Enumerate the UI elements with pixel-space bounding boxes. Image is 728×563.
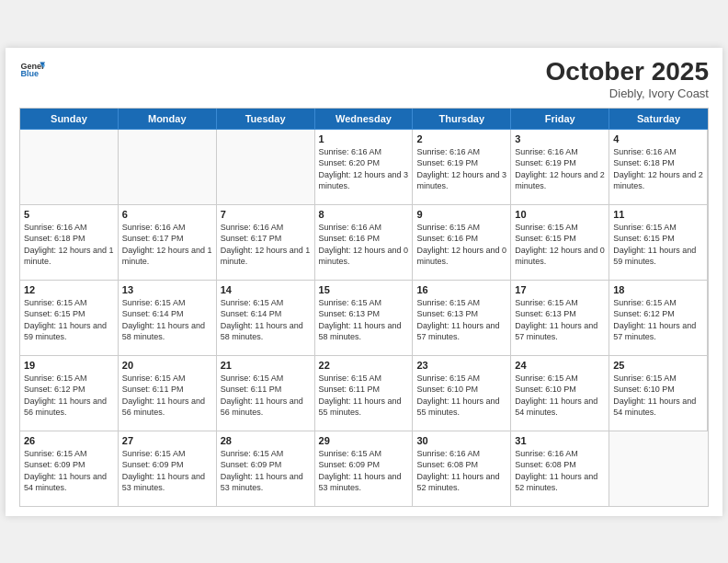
day-info: Sunrise: 6:15 AM Sunset: 6:09 PM Dayligh… (24, 448, 114, 494)
day-cell (119, 130, 217, 205)
day-info: Sunrise: 6:16 AM Sunset: 6:17 PM Dayligh… (122, 222, 212, 268)
day-number: 30 (416, 435, 506, 446)
day-info: Sunrise: 6:16 AM Sunset: 6:18 PM Dayligh… (24, 222, 114, 268)
day-cell: 19Sunrise: 6:15 AM Sunset: 6:12 PM Dayli… (20, 356, 119, 431)
day-number: 6 (122, 209, 212, 220)
day-cell: 20Sunrise: 6:15 AM Sunset: 6:11 PM Dayli… (119, 356, 217, 431)
header-monday: Monday (119, 109, 217, 130)
day-number: 5 (24, 209, 114, 220)
day-number: 22 (319, 360, 409, 371)
day-info: Sunrise: 6:15 AM Sunset: 6:13 PM Dayligh… (319, 297, 409, 343)
day-info: Sunrise: 6:16 AM Sunset: 6:16 PM Dayligh… (319, 222, 409, 268)
day-info: Sunrise: 6:16 AM Sunset: 6:17 PM Dayligh… (221, 222, 311, 268)
day-number: 24 (515, 360, 605, 371)
day-cell: 4Sunrise: 6:16 AM Sunset: 6:18 PM Daylig… (609, 130, 708, 205)
day-info: Sunrise: 6:15 AM Sunset: 6:11 PM Dayligh… (122, 373, 212, 419)
day-cell: 10Sunrise: 6:15 AM Sunset: 6:15 PM Dayli… (511, 205, 609, 281)
day-cell: 9Sunrise: 6:15 AM Sunset: 6:16 PM Daylig… (413, 205, 511, 281)
day-info: Sunrise: 6:16 AM Sunset: 6:08 PM Dayligh… (416, 448, 506, 494)
day-info: Sunrise: 6:16 AM Sunset: 6:08 PM Dayligh… (515, 448, 605, 494)
logo-icon: General Blue (19, 57, 45, 83)
day-number: 16 (416, 284, 506, 295)
day-cell: 15Sunrise: 6:15 AM Sunset: 6:13 PM Dayli… (315, 281, 414, 356)
day-info: Sunrise: 6:15 AM Sunset: 6:10 PM Dayligh… (613, 373, 703, 419)
day-info: Sunrise: 6:15 AM Sunset: 6:12 PM Dayligh… (613, 297, 703, 343)
day-cell: 14Sunrise: 6:15 AM Sunset: 6:14 PM Dayli… (217, 281, 315, 356)
day-number: 11 (613, 209, 703, 220)
day-number: 28 (221, 435, 311, 446)
day-number: 12 (24, 284, 114, 295)
day-info: Sunrise: 6:15 AM Sunset: 6:14 PM Dayligh… (122, 297, 212, 343)
day-number: 31 (515, 435, 605, 446)
svg-text:Blue: Blue (20, 69, 39, 78)
day-info: Sunrise: 6:15 AM Sunset: 6:11 PM Dayligh… (319, 373, 409, 419)
day-number: 3 (515, 133, 605, 144)
day-info: Sunrise: 6:16 AM Sunset: 6:19 PM Dayligh… (416, 146, 506, 192)
header-thursday: Thursday (413, 109, 511, 130)
day-number: 1 (319, 133, 409, 144)
day-number: 8 (319, 209, 409, 220)
day-cell: 26Sunrise: 6:15 AM Sunset: 6:09 PM Dayli… (20, 431, 119, 507)
day-info: Sunrise: 6:15 AM Sunset: 6:16 PM Dayligh… (416, 222, 506, 268)
day-cell: 21Sunrise: 6:15 AM Sunset: 6:11 PM Dayli… (217, 356, 315, 431)
month-title: October 2025 (546, 57, 709, 86)
day-cell: 28Sunrise: 6:15 AM Sunset: 6:09 PM Dayli… (217, 431, 315, 507)
day-number: 18 (613, 284, 703, 295)
day-info: Sunrise: 6:16 AM Sunset: 6:20 PM Dayligh… (319, 146, 409, 192)
header-sunday: Sunday (20, 109, 119, 130)
header: General Blue October 2025 Diebly, Ivory … (19, 57, 709, 100)
day-cell: 11Sunrise: 6:15 AM Sunset: 6:15 PM Dayli… (609, 205, 708, 281)
day-info: Sunrise: 6:15 AM Sunset: 6:15 PM Dayligh… (24, 297, 114, 343)
day-info: Sunrise: 6:15 AM Sunset: 6:10 PM Dayligh… (416, 373, 506, 419)
day-number: 26 (24, 435, 114, 446)
day-cell: 3Sunrise: 6:16 AM Sunset: 6:19 PM Daylig… (511, 130, 609, 205)
day-number: 17 (515, 284, 605, 295)
day-number: 14 (221, 284, 311, 295)
day-cell: 22Sunrise: 6:15 AM Sunset: 6:11 PM Dayli… (315, 356, 414, 431)
day-info: Sunrise: 6:15 AM Sunset: 6:15 PM Dayligh… (515, 222, 605, 268)
day-info: Sunrise: 6:15 AM Sunset: 6:09 PM Dayligh… (221, 448, 311, 494)
header-wednesday: Wednesday (315, 109, 414, 130)
day-cell: 31Sunrise: 6:16 AM Sunset: 6:08 PM Dayli… (511, 431, 609, 507)
day-cell: 27Sunrise: 6:15 AM Sunset: 6:09 PM Dayli… (119, 431, 217, 507)
day-info: Sunrise: 6:15 AM Sunset: 6:14 PM Dayligh… (221, 297, 311, 343)
day-number: 29 (319, 435, 409, 446)
day-cell (609, 431, 708, 507)
day-info: Sunrise: 6:15 AM Sunset: 6:10 PM Dayligh… (515, 373, 605, 419)
day-cell: 1Sunrise: 6:16 AM Sunset: 6:20 PM Daylig… (315, 130, 414, 205)
day-cell: 30Sunrise: 6:16 AM Sunset: 6:08 PM Dayli… (413, 431, 511, 507)
header-friday: Friday (511, 109, 609, 130)
day-number: 15 (319, 284, 409, 295)
day-number: 21 (221, 360, 311, 371)
day-info: Sunrise: 6:15 AM Sunset: 6:09 PM Dayligh… (319, 448, 409, 494)
day-cell: 16Sunrise: 6:15 AM Sunset: 6:13 PM Dayli… (413, 281, 511, 356)
day-cell: 29Sunrise: 6:15 AM Sunset: 6:09 PM Dayli… (315, 431, 414, 507)
calendar-grid: Sunday Monday Tuesday Wednesday Thursday… (19, 108, 709, 130)
day-info: Sunrise: 6:15 AM Sunset: 6:13 PM Dayligh… (515, 297, 605, 343)
calendar-container: General Blue October 2025 Diebly, Ivory … (6, 48, 722, 516)
day-number: 9 (416, 209, 506, 220)
day-cell: 6Sunrise: 6:16 AM Sunset: 6:17 PM Daylig… (119, 205, 217, 281)
day-cell: 2Sunrise: 6:16 AM Sunset: 6:19 PM Daylig… (413, 130, 511, 205)
day-number: 2 (416, 133, 506, 144)
day-number: 10 (515, 209, 605, 220)
location-subtitle: Diebly, Ivory Coast (546, 86, 709, 100)
day-number: 27 (122, 435, 212, 446)
title-block: October 2025 Diebly, Ivory Coast (546, 57, 709, 100)
day-cell: 8Sunrise: 6:16 AM Sunset: 6:16 PM Daylig… (315, 205, 414, 281)
calendar-body: 1Sunrise: 6:16 AM Sunset: 6:20 PM Daylig… (19, 130, 709, 507)
day-number: 13 (122, 284, 212, 295)
day-info: Sunrise: 6:15 AM Sunset: 6:09 PM Dayligh… (122, 448, 212, 494)
day-number: 23 (416, 360, 506, 371)
day-cell: 25Sunrise: 6:15 AM Sunset: 6:10 PM Dayli… (609, 356, 708, 431)
day-info: Sunrise: 6:15 AM Sunset: 6:15 PM Dayligh… (613, 222, 703, 268)
day-cell: 23Sunrise: 6:15 AM Sunset: 6:10 PM Dayli… (413, 356, 511, 431)
day-cell (217, 130, 315, 205)
day-number: 20 (122, 360, 212, 371)
day-number: 4 (613, 133, 703, 144)
day-cell (20, 130, 119, 205)
day-info: Sunrise: 6:15 AM Sunset: 6:13 PM Dayligh… (416, 297, 506, 343)
day-number: 7 (221, 209, 311, 220)
day-cell: 12Sunrise: 6:15 AM Sunset: 6:15 PM Dayli… (20, 281, 119, 356)
day-cell: 7Sunrise: 6:16 AM Sunset: 6:17 PM Daylig… (217, 205, 315, 281)
